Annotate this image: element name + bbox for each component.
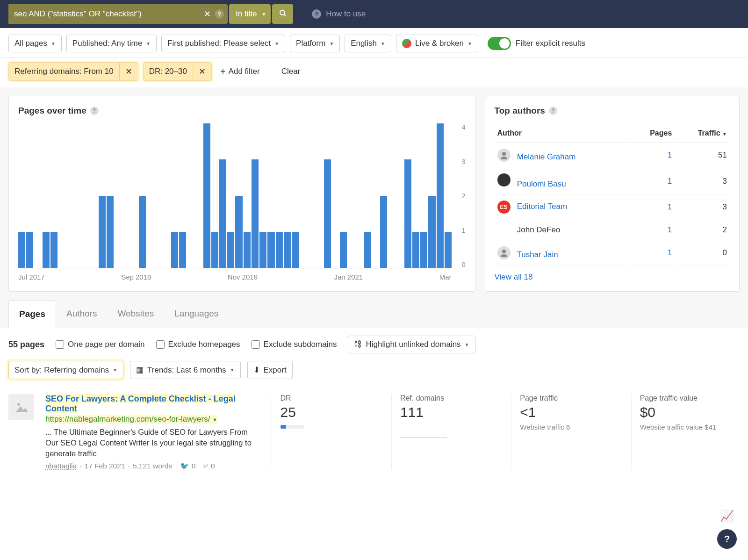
charts-section: Pages over time ? 43210 Jul 2017Sep 2018… <box>0 87 748 300</box>
tab-languages[interactable]: Languages <box>164 300 229 328</box>
top-bar: ✕ ? In title ? How to use <box>0 0 748 28</box>
chart-bar <box>284 232 291 268</box>
how-to-use-label: How to use <box>326 9 366 19</box>
help-icon[interactable]: ? <box>549 107 557 115</box>
status-icon <box>402 39 411 48</box>
table-row: ES Editorial Team13 <box>496 195 729 219</box>
pages-link[interactable]: 1 <box>668 177 672 186</box>
plus-icon: + <box>220 66 226 77</box>
sort-desc-icon: ▼ <box>722 131 727 136</box>
result-description: ... The Ultimate Beginner's Guide of SEO… <box>45 427 260 459</box>
pages-link[interactable]: 1 <box>668 151 672 159</box>
chart-bar <box>437 123 444 268</box>
chart-bar <box>227 232 234 268</box>
chart-bar <box>211 232 218 268</box>
trends-button[interactable]: ▦Trends: Last 6 months▼ <box>130 361 240 379</box>
author-link[interactable]: Poulomi Basu <box>517 179 566 188</box>
author-link[interactable]: Melanie Graham <box>517 152 576 161</box>
chart-bar <box>50 232 58 268</box>
pages-over-time-card: Pages over time ? 43210 Jul 2017Sep 2018… <box>8 96 475 292</box>
tab-authors[interactable]: Authors <box>56 300 107 328</box>
caret-down-icon: ▼ <box>381 41 385 46</box>
result-title-link[interactable]: SEO For Lawyers: A Complete Checklist - … <box>45 394 236 413</box>
exclude-subdomains-checkbox[interactable]: Exclude subdomains <box>252 340 337 349</box>
search-button[interactable] <box>272 4 293 24</box>
export-button[interactable]: ⬇Export <box>247 361 293 379</box>
svg-point-2 <box>502 152 506 156</box>
exclude-homepages-checkbox[interactable]: Exclude homepages <box>156 340 240 349</box>
chart-bars <box>18 123 452 268</box>
col-author: Author <box>496 124 631 143</box>
chip-dr: DR: 20–30 ✕ <box>143 62 212 81</box>
author-link[interactable]: Editorial Team <box>517 202 567 211</box>
chip-label[interactable]: Referring domains: From 10 <box>9 63 119 80</box>
author-link[interactable]: Tushar Jain <box>517 250 558 259</box>
chart-bar <box>244 232 251 268</box>
chart-x-axis: Jul 2017Sep 2018Nov 2019Jan 2021Mar <box>18 268 466 281</box>
filter-published[interactable]: Published: Any time▼ <box>66 35 157 52</box>
caret-down-icon: ▼ <box>274 41 279 46</box>
filter-status[interactable]: Live & broken▼ <box>396 35 478 52</box>
col-pages[interactable]: Pages <box>632 124 674 143</box>
clear-search-icon[interactable]: ✕ <box>200 9 215 19</box>
caret-down-icon: ▼ <box>468 41 472 46</box>
chart-bar <box>99 196 106 268</box>
caret-down-icon: ▼ <box>329 41 334 46</box>
highlight-unlinked-button[interactable]: ⛓ Highlight unlinked domains ▼ <box>348 336 475 353</box>
pages-link[interactable]: 1 <box>668 248 672 257</box>
chart-bar <box>428 196 435 268</box>
metric-dr: DR 25 <box>272 394 380 470</box>
chart-bar <box>292 232 299 268</box>
caret-down-icon: ▼ <box>146 41 151 46</box>
filter-language[interactable]: English▼ <box>345 35 391 52</box>
chart-bar <box>276 232 283 268</box>
svg-point-4 <box>17 403 20 406</box>
chart-bar <box>404 159 411 268</box>
pinterest-icon: P <box>203 462 208 470</box>
list-controls-2: Sort by: Referring domains▼ ▦Trends: Las… <box>0 361 748 388</box>
chart-bar <box>252 159 259 268</box>
table-row: John DeFeo12 <box>496 220 729 240</box>
chip-label[interactable]: DR: 20–30 <box>144 63 193 80</box>
chart-bar <box>18 232 25 268</box>
sort-button[interactable]: Sort by: Referring domains▼ <box>8 361 123 379</box>
tab-pages[interactable]: Pages <box>8 300 56 328</box>
caret-down-icon[interactable]: ▼ <box>212 417 217 423</box>
filter-all-pages[interactable]: All pages▼ <box>8 35 62 52</box>
remove-chip-icon[interactable]: ✕ <box>119 63 138 80</box>
chart-y-axis: 43210 <box>452 123 466 268</box>
col-traffic[interactable]: Traffic ▼ <box>675 124 729 143</box>
link-icon: ⛓ <box>354 340 362 349</box>
tab-websites[interactable]: Websites <box>107 300 164 328</box>
clear-filters-link[interactable]: Clear <box>278 63 304 80</box>
filter-first-published[interactable]: First published: Please select▼ <box>161 35 285 52</box>
svg-marker-5 <box>16 406 28 412</box>
remove-chip-icon[interactable]: ✕ <box>193 63 211 80</box>
search-input[interactable] <box>8 4 200 24</box>
image-placeholder-icon <box>15 402 28 413</box>
pages-link[interactable]: 1 <box>668 225 672 234</box>
explicit-toggle[interactable] <box>488 37 511 50</box>
help-icon[interactable]: ? <box>90 107 99 115</box>
view-all-link[interactable]: View all 18 <box>495 273 533 282</box>
result-url[interactable]: https://nablegalmarketing.com/seo-for-la… <box>45 415 217 424</box>
caret-down-icon: ▼ <box>465 342 469 347</box>
search-help-icon[interactable]: ? <box>215 9 224 19</box>
filter-platform[interactable]: Platform▼ <box>290 35 340 52</box>
download-icon: ⬇ <box>253 365 260 375</box>
avatar <box>497 149 511 162</box>
chart-bar <box>235 196 242 268</box>
how-to-use-link[interactable]: ? How to use <box>312 9 366 19</box>
result-author[interactable]: nbattaglia <box>45 462 77 470</box>
pages-link[interactable]: 1 <box>668 202 672 211</box>
explicit-toggle-label: Filter explicit results <box>516 39 585 48</box>
top-authors-card: Top authors ? Author Pages Traffic ▼ Mel… <box>485 96 740 292</box>
search-box: ✕ ? <box>8 4 228 24</box>
chart-bar <box>203 123 210 268</box>
table-row: Tushar Jain10 <box>496 241 729 265</box>
avatar <box>497 173 511 187</box>
search-scope-select[interactable]: In title <box>229 4 271 24</box>
chart-bar <box>139 196 146 268</box>
one-per-domain-checkbox[interactable]: One page per domain <box>56 340 144 349</box>
add-filter-button[interactable]: +Add filter <box>216 63 264 81</box>
